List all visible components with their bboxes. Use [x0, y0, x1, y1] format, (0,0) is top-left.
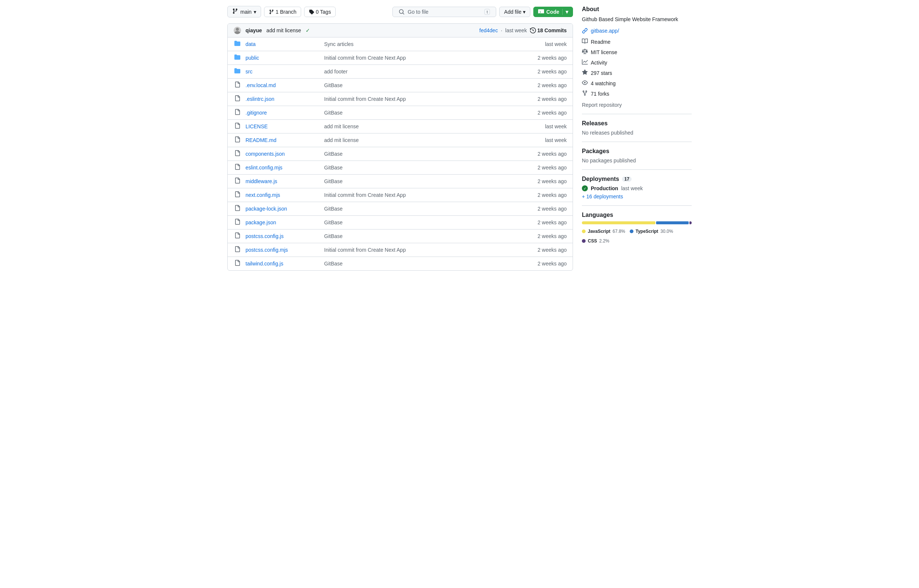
sidebar-item-label: Activity — [591, 60, 607, 66]
file-name[interactable]: package-lock.json — [246, 206, 320, 212]
svg-point-1 — [235, 31, 240, 34]
file-name[interactable]: package.json — [246, 220, 320, 225]
forks-link[interactable]: 71 forks — [582, 89, 692, 99]
file-rows: data Sync articles last week public Init… — [228, 37, 573, 270]
author-avatar — [234, 27, 241, 34]
language-bar-segment — [582, 221, 655, 224]
commits-count-label: 18 Commits — [537, 27, 567, 33]
search-label: Go to file — [408, 9, 428, 15]
file-name[interactable]: eslint.config.mjs — [246, 165, 320, 171]
commit-hash[interactable]: fed4dec — [479, 27, 498, 33]
deployments-title: Deployments — [582, 176, 619, 183]
code-label: Code — [546, 9, 559, 15]
language-item[interactable]: CSS 2.2% — [582, 238, 609, 244]
file-name[interactable]: components.json — [246, 151, 320, 157]
file-commit-message: GitBase — [324, 261, 518, 267]
table-row: middleware.js GitBase 2 weeks ago — [228, 174, 573, 188]
readme-link[interactable]: Readme — [582, 37, 692, 47]
file-icon — [234, 150, 241, 158]
file-name[interactable]: data — [246, 41, 320, 47]
file-name[interactable]: LICENSE — [246, 123, 320, 129]
commit-author[interactable]: qiayue — [246, 27, 262, 33]
file-name[interactable]: middleware.js — [246, 178, 320, 184]
add-file-chevron-icon: ▾ — [523, 9, 526, 15]
language-percentage: 30.0% — [660, 229, 673, 234]
file-commit-message: add footer — [324, 69, 518, 74]
production-time: last week — [621, 185, 643, 191]
file-name[interactable]: .gitignore — [246, 110, 320, 116]
language-item[interactable]: TypeScript 30.0% — [630, 229, 673, 234]
file-time: 2 weeks ago — [522, 178, 567, 184]
languages-title: Languages — [582, 212, 692, 218]
code-button[interactable]: Code ▾ — [533, 6, 573, 17]
table-row: .gitignore GitBase 2 weeks ago — [228, 106, 573, 120]
about-description: Github Based Simple Website Framework — [582, 16, 692, 23]
table-row: next.config.mjs Initial commit from Crea… — [228, 188, 573, 202]
sidebar-item-label: MIT license — [591, 49, 617, 55]
file-commit-message: GitBase — [324, 220, 518, 225]
activity-link[interactable]: Activity — [582, 58, 692, 68]
file-name[interactable]: public — [246, 55, 320, 61]
file-time: 2 weeks ago — [522, 206, 567, 212]
file-commit-message: GitBase — [324, 165, 518, 171]
file-time: 2 weeks ago — [522, 165, 567, 171]
packages-empty: No packages published — [582, 158, 692, 163]
table-row: postcss.config.mjs Initial commit from C… — [228, 243, 573, 257]
file-commit-message: GitBase — [324, 233, 518, 239]
releases-title: Releases — [582, 120, 692, 127]
file-name[interactable]: postcss.config.js — [246, 233, 320, 239]
sidebar-item-icon — [582, 90, 588, 97]
branch-icon — [232, 8, 238, 15]
file-name[interactable]: .env.local.md — [246, 82, 320, 88]
search-shortcut: t — [484, 9, 490, 15]
stars-link[interactable]: 297 stars — [582, 68, 692, 78]
commit-check-icon: ✓ — [306, 27, 310, 33]
language-item[interactable]: JavaScript 67.8% — [582, 229, 625, 234]
branch-selector[interactable]: main ▾ — [227, 6, 261, 18]
file-time: last week — [522, 137, 567, 143]
table-row: package.json GitBase 2 weeks ago — [228, 216, 573, 229]
folder-icon — [234, 40, 241, 48]
website-link[interactable]: gitbase.app/ — [582, 28, 692, 34]
file-commit-message: add mit license — [324, 123, 518, 129]
file-time: 2 weeks ago — [522, 220, 567, 225]
branches-tag[interactable]: 1 Branch — [264, 6, 301, 17]
file-name[interactable]: tailwind.config.js — [246, 261, 320, 267]
website-link-text: gitbase.app/ — [591, 28, 619, 34]
tags-count: 0 Tags — [316, 9, 331, 15]
tags-tag[interactable]: 0 Tags — [304, 6, 336, 17]
more-deployments-link[interactable]: + 16 deployments — [582, 194, 692, 199]
table-row: postcss.config.js GitBase 2 weeks ago — [228, 229, 573, 243]
table-row: .eslintrc.json Initial commit from Creat… — [228, 92, 573, 106]
go-to-file-button[interactable]: Go to file t — [392, 6, 496, 17]
file-time: 2 weeks ago — [522, 247, 567, 253]
file-name[interactable]: next.config.mjs — [246, 192, 320, 198]
language-color-dot — [582, 229, 586, 233]
file-name[interactable]: README.md — [246, 137, 320, 143]
folder-icon — [234, 54, 241, 61]
license-link[interactable]: MIT license — [582, 47, 692, 58]
file-icon — [234, 233, 241, 240]
watching-link[interactable]: 4 watching — [582, 78, 692, 89]
table-row: eslint.config.mjs GitBase 2 weeks ago — [228, 161, 573, 174]
releases-section: Releases No releases published — [582, 114, 692, 136]
commit-time-label: last week — [505, 27, 527, 33]
table-row: package-lock.json GitBase 2 weeks ago — [228, 202, 573, 216]
table-row: LICENSE add mit license last week — [228, 120, 573, 134]
add-file-label: Add file — [504, 9, 521, 15]
language-name: TypeScript — [636, 229, 658, 234]
releases-empty: No releases published — [582, 130, 692, 136]
file-time: 2 weeks ago — [522, 192, 567, 198]
sidebar-item-label: 297 stars — [591, 70, 612, 76]
file-commit-message: Initial commit from Create Next App — [324, 192, 518, 198]
file-icon — [234, 109, 241, 116]
svg-point-0 — [236, 28, 239, 31]
file-name[interactable]: .eslintrc.json — [246, 96, 320, 102]
file-icon — [234, 260, 241, 267]
file-name[interactable]: src — [246, 69, 320, 74]
file-name[interactable]: postcss.config.mjs — [246, 247, 320, 253]
report-repository-link[interactable]: Report repository — [582, 102, 692, 108]
file-time: 2 weeks ago — [522, 261, 567, 267]
add-file-button[interactable]: Add file ▾ — [499, 6, 530, 17]
commits-count-link[interactable]: 18 Commits — [530, 27, 567, 33]
